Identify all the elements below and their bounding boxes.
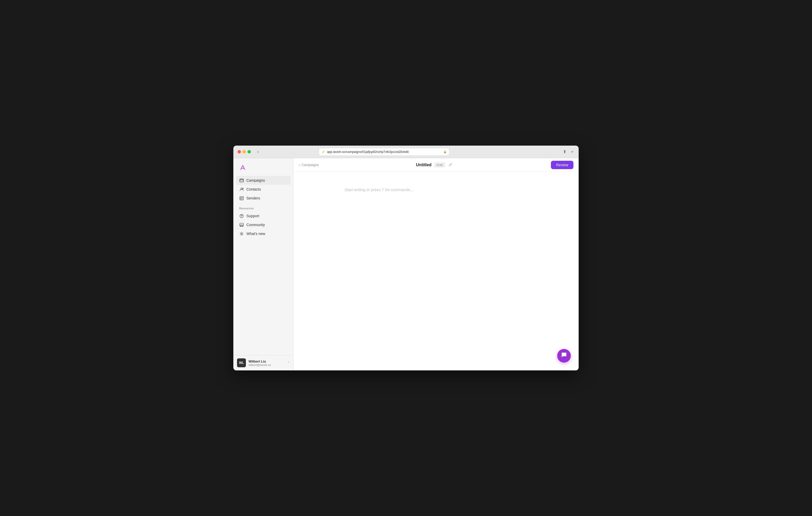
sidebar-logo [233, 158, 293, 176]
editor-body[interactable]: Start writing or press '/' for commands.… [293, 172, 579, 370]
back-chevron-icon: ‹ [299, 163, 300, 167]
support-label: Support [246, 214, 259, 218]
minimize-button[interactable] [242, 150, 246, 153]
sidebar-item-contacts[interactable]: Contacts [236, 185, 291, 194]
edit-title-button[interactable] [447, 161, 454, 168]
editor-header: ‹ Campaigns Untitled Draft Review [293, 158, 579, 172]
sidebar-item-whats-new[interactable]: What's new [236, 229, 291, 238]
sidebar-item-campaigns[interactable]: Campaigns [236, 176, 291, 185]
main-content: ‹ Campaigns Untitled Draft Review Start [293, 158, 579, 370]
app-layout: Campaigns Contacts [233, 158, 579, 370]
review-button[interactable]: Review [551, 161, 573, 169]
svg-point-6 [241, 216, 242, 217]
draft-badge: Draft [434, 162, 445, 167]
back-label: Campaigns [301, 163, 319, 167]
user-avatar: WL [237, 358, 246, 367]
url-text: app.lavish.so/campaigns/01jafjcp82nzhp7v… [327, 150, 442, 154]
title-bar-actions: ⬆ + [562, 148, 575, 155]
maximize-button[interactable] [248, 150, 251, 153]
campaigns-icon [239, 178, 244, 183]
whats-new-label: What's new [246, 232, 265, 236]
user-email: wilbert@lavish.so [249, 363, 284, 366]
community-label: Community [246, 223, 265, 227]
contacts-label: Contacts [246, 187, 261, 191]
sidebar-item-support[interactable]: Support [236, 211, 291, 220]
svg-point-2 [242, 188, 243, 189]
whats-new-icon [239, 231, 244, 236]
chat-icon [561, 352, 567, 360]
senders-icon [239, 196, 244, 201]
browser-window: ‹ 🪄 app.lavish.so/campaigns/01jafjcp82nz… [233, 146, 579, 370]
title-bar: ‹ 🪄 app.lavish.so/campaigns/01jafjcp82nz… [233, 146, 579, 158]
new-tab-button[interactable]: + [570, 149, 575, 155]
browser-back-button[interactable]: ‹ [255, 148, 261, 155]
address-bar: 🪄 app.lavish.so/campaigns/01jafjcp82nzhp… [319, 148, 450, 156]
sidebar-navigation: Campaigns Contacts [233, 176, 293, 355]
sidebar: Campaigns Contacts [233, 158, 293, 370]
chat-fab-button[interactable] [557, 349, 571, 363]
lock-icon: 🔒 [443, 150, 446, 153]
editor-title: Untitled [416, 162, 432, 167]
svg-rect-4 [240, 199, 241, 199]
wand-icon: 🪄 [321, 150, 325, 154]
back-to-campaigns-link[interactable]: ‹ Campaigns [299, 163, 319, 167]
sidebar-footer: WL Wilbert Liu wilbert@lavish.so ⌃ [233, 355, 293, 370]
close-button[interactable] [237, 150, 241, 153]
sidebar-item-senders[interactable]: Senders [236, 194, 291, 203]
resources-section-label: Resources [236, 203, 291, 211]
editor-title-section: Untitled Draft [322, 161, 548, 168]
user-info: Wilbert Liu wilbert@lavish.so [249, 359, 284, 366]
svg-rect-7 [240, 223, 243, 226]
senders-label: Senders [246, 196, 260, 200]
support-icon [239, 214, 244, 218]
user-name: Wilbert Liu [249, 359, 284, 363]
sidebar-item-community[interactable]: Community [236, 220, 291, 229]
share-button[interactable]: ⬆ [562, 148, 568, 155]
contacts-icon [239, 187, 244, 192]
editor-placeholder: Start writing or press '/' for commands.… [345, 187, 528, 192]
campaigns-label: Campaigns [246, 178, 265, 182]
app-logo [239, 163, 247, 172]
community-icon [239, 222, 244, 227]
user-menu-chevron[interactable]: ⌃ [287, 361, 290, 365]
svg-point-8 [241, 233, 242, 235]
traffic-lights [237, 150, 251, 153]
svg-rect-0 [240, 179, 243, 182]
svg-rect-3 [240, 196, 243, 200]
